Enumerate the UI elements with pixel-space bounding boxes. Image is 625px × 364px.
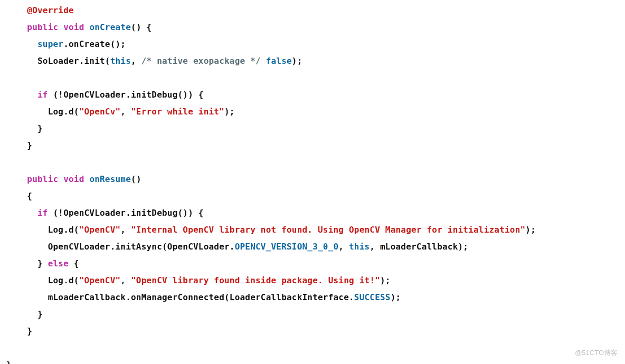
code-line: Log.d("OpenCV", "Internal OpenCV library… bbox=[6, 225, 536, 235]
code-token: public bbox=[27, 22, 58, 32]
code-line: } bbox=[6, 309, 43, 319]
code-token: Log.d( bbox=[48, 107, 79, 117]
code-token bbox=[58, 174, 63, 184]
code-block: @Override public void onCreate() { super… bbox=[0, 0, 625, 364]
code-token: OpenCVLoader.initAsync(OpenCVLoader. bbox=[48, 242, 235, 252]
code-token: void bbox=[63, 174, 84, 184]
code-line: } bbox=[6, 123, 43, 133]
code-token: ); bbox=[391, 292, 401, 302]
code-line: Log.d("OpenCV", "OpenCV library found in… bbox=[6, 275, 391, 285]
code-token: } bbox=[27, 326, 32, 336]
code-token: "Internal OpenCV library not found. Usin… bbox=[131, 225, 525, 235]
code-token: () { bbox=[131, 22, 151, 32]
code-token: } bbox=[37, 309, 43, 319]
code-line: Log.d("OpenCv", "Error while init"); bbox=[6, 107, 235, 117]
watermark: @51CTO博客 bbox=[575, 346, 618, 360]
code-line: { bbox=[6, 191, 32, 201]
code-line: } bbox=[6, 360, 12, 364]
code-token: Log.d( bbox=[48, 225, 79, 235]
code-token: "Error while init" bbox=[131, 107, 224, 117]
code-token: if bbox=[37, 208, 48, 218]
code-token: this bbox=[349, 242, 370, 252]
code-token: else bbox=[48, 258, 69, 269]
code-token: SoLoader.init( bbox=[37, 56, 110, 66]
code-token bbox=[58, 22, 63, 32]
code-token: this bbox=[110, 56, 131, 66]
code-token: , bbox=[338, 242, 349, 252]
code-line: SoLoader.init(this, /* native exopackage… bbox=[6, 56, 302, 66]
code-token: .onCreate(); bbox=[63, 39, 126, 49]
code-token: ); bbox=[224, 107, 235, 117]
code-token: "OpenCV" bbox=[79, 275, 121, 285]
code-line: @Override bbox=[6, 5, 74, 15]
code-token bbox=[84, 22, 90, 32]
code-line: mLoaderCallback.onManagerConnected(Loade… bbox=[6, 292, 401, 302]
code-token: , bbox=[131, 56, 141, 66]
code-token bbox=[261, 56, 266, 66]
code-line: if (!OpenCVLoader.initDebug()) { bbox=[6, 208, 204, 218]
code-token bbox=[84, 174, 90, 184]
code-token: } bbox=[37, 258, 48, 269]
code-token: super bbox=[37, 39, 63, 49]
code-token: } bbox=[37, 123, 43, 133]
code-line: } bbox=[6, 140, 32, 150]
code-line: OpenCVLoader.initAsync(OpenCVLoader.OPEN… bbox=[6, 242, 468, 252]
code-token: /* native exopackage */ bbox=[141, 56, 261, 66]
code-token: (!OpenCVLoader.initDebug()) { bbox=[48, 90, 204, 100]
code-token: mLoaderCallback.onManagerConnected(Loade… bbox=[48, 292, 354, 302]
code-token: "OpenCv" bbox=[79, 107, 121, 117]
code-token: ); bbox=[525, 225, 536, 235]
code-token: @Override bbox=[27, 5, 74, 15]
code-line: public void onResume() bbox=[6, 174, 141, 184]
code-token: } bbox=[6, 360, 12, 364]
code-token: , bbox=[120, 107, 131, 117]
code-line: super.onCreate(); bbox=[6, 39, 126, 49]
code-token: ); bbox=[380, 275, 391, 285]
code-token: onResume bbox=[89, 174, 131, 184]
code-token: } bbox=[27, 140, 32, 150]
code-token: false bbox=[266, 56, 292, 66]
code-token: if bbox=[37, 90, 48, 100]
code-token: { bbox=[69, 258, 79, 269]
code-token: void bbox=[63, 22, 84, 32]
code-token: SUCCESS bbox=[354, 292, 391, 302]
code-token: ); bbox=[292, 56, 302, 66]
code-line: } else { bbox=[6, 258, 79, 269]
code-line: if (!OpenCVLoader.initDebug()) { bbox=[6, 90, 204, 100]
code-line: public void onCreate() { bbox=[6, 22, 151, 32]
code-token: "OpenCV" bbox=[79, 225, 121, 235]
code-token: OPENCV_VERSION_3_0_0 bbox=[235, 242, 339, 252]
code-token: Log.d( bbox=[48, 275, 79, 285]
code-token: (!OpenCVLoader.initDebug()) { bbox=[48, 208, 204, 218]
code-token: onCreate bbox=[89, 22, 131, 32]
code-token: , bbox=[120, 275, 131, 285]
code-token: public bbox=[27, 174, 58, 184]
code-token: () bbox=[131, 174, 141, 184]
code-token: { bbox=[27, 191, 32, 201]
code-token: , mLoaderCallback); bbox=[370, 242, 468, 252]
code-token: "OpenCV library found inside package. Us… bbox=[131, 275, 380, 285]
code-token: , bbox=[120, 225, 131, 235]
code-line: } bbox=[6, 326, 32, 336]
